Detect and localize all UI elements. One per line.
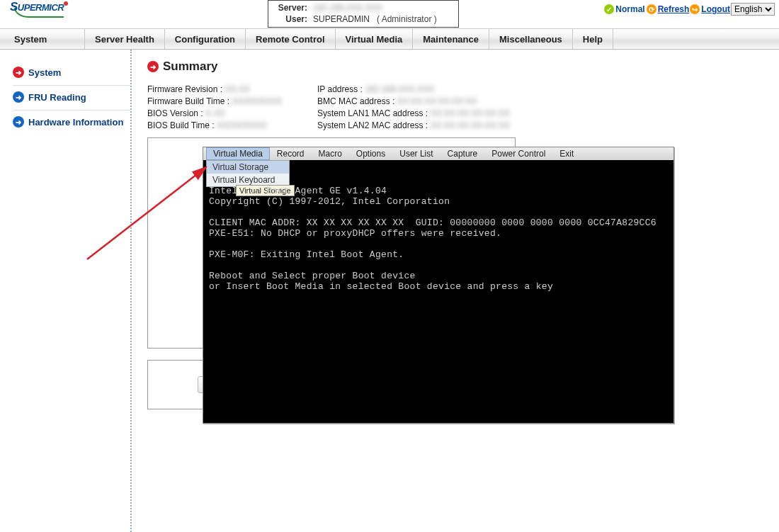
menu-maintenance[interactable]: Maintenance: [413, 29, 489, 49]
menu-virtual-media[interactable]: Virtual Media: [336, 29, 414, 49]
kvm-menu-bar: Virtual Media Record Macro Options User …: [203, 147, 673, 160]
server-value: 192.168.XXX.XXX: [313, 2, 382, 13]
sidebar-label: System: [28, 67, 61, 78]
refresh-icon[interactable]: ⟳: [647, 4, 656, 14]
summary-col-2: IP address : 192.168.XXX.XXX BMC MAC add…: [317, 84, 510, 132]
menu-miscellaneous[interactable]: Miscellaneous: [489, 29, 573, 49]
ip-value: 192.168.XXX.XXX: [365, 84, 434, 96]
main-menu-bar: System Server Health Configuration Remot…: [0, 28, 779, 50]
sidebar-label: Hardware Information: [28, 117, 123, 128]
lan1-label: System LAN1 MAC address :: [317, 108, 428, 118]
brand-dot-icon: [64, 1, 68, 6]
status-ok-icon: ✓: [604, 4, 614, 14]
menu-remote-control[interactable]: Remote Control: [246, 29, 336, 49]
summary-col-1: Firmware Revision : XX.XX Firmware Build…: [147, 84, 289, 132]
user-value: SUPERADMIN: [313, 13, 370, 25]
kvm-dd-virtual-storage[interactable]: Virtual Storage: [207, 161, 289, 174]
bios-bld-value: XX/XX/XXXX: [217, 120, 267, 132]
kvm-console-window[interactable]: Virtual Media Record Macro Options User …: [203, 147, 674, 424]
menu-help[interactable]: Help: [573, 29, 613, 49]
sidebar-label: FRU Reading: [28, 92, 86, 103]
fw-build-label: Firmware Build Time :: [147, 96, 229, 106]
page-title: ➜ Summary: [147, 60, 779, 74]
lan1-value: XX:XX:XX:XX:XX:XX: [430, 108, 510, 120]
fw-rev-label: Firmware Revision :: [147, 84, 222, 94]
arrow-right-icon: ➜: [13, 67, 24, 78]
sidebar-item-system[interactable]: ➜ System: [13, 61, 130, 86]
menu-configuration[interactable]: Configuration: [165, 29, 246, 49]
bmcmac-label: BMC MAC address :: [317, 96, 394, 106]
logout-icon[interactable]: ↪: [690, 4, 700, 14]
bios-bld-label: BIOS Build Time :: [147, 120, 215, 130]
arrow-right-icon: ➜: [13, 116, 24, 128]
user-role: ( Administrator ): [377, 13, 437, 25]
kvm-menu-power-control[interactable]: Power Control: [484, 147, 552, 160]
menu-server-health[interactable]: Server Health: [85, 29, 165, 49]
brand-initial: S: [10, 0, 18, 13]
top-bar: SUPERMICR Server: 192.168.XXX.XXX User: …: [0, 0, 779, 26]
menu-system[interactable]: System: [0, 29, 85, 49]
arrow-right-icon: ➜: [147, 61, 159, 72]
arrow-right-icon: ➜: [13, 91, 24, 103]
lan2-label: System LAN2 MAC address :: [317, 120, 428, 130]
brand-rest: UPERMICR: [18, 2, 64, 13]
refresh-link[interactable]: Refresh: [658, 4, 690, 14]
logout-link[interactable]: Logout: [701, 4, 730, 14]
bmcmac-value: XX:XX:XX:XX:XX:XX: [397, 96, 477, 108]
bios-ver-value: X.XX: [205, 108, 224, 120]
brand-logo: SUPERMICR: [10, 0, 68, 14]
kvm-menu-options[interactable]: Options: [349, 147, 392, 160]
user-label: User:: [274, 13, 313, 25]
bios-ver-label: BIOS Version :: [147, 108, 203, 118]
status-text: Normal: [615, 4, 644, 14]
server-info-box: Server: 192.168.XXX.XXX User: SUPERADMIN…: [268, 0, 459, 28]
fw-rev-value: XX.XX: [224, 84, 249, 96]
server-label: Server:: [274, 2, 313, 13]
summary-info: Firmware Revision : XX.XX Firmware Build…: [147, 84, 779, 132]
language-select[interactable]: English: [731, 3, 775, 16]
kvm-terminal-output: Intel ... Boot Agent GE v1.4.04 Copyrigh…: [203, 181, 673, 423]
kvm-menu-capture[interactable]: Capture: [440, 147, 485, 160]
sidebar: ➜ System ➜ FRU Reading ➜ Hardware Inform…: [0, 50, 132, 532]
lan2-value: XX:XX:XX:XX:XX:XX: [430, 120, 510, 132]
sidebar-item-fru[interactable]: ➜ FRU Reading: [13, 86, 130, 111]
page-title-text: Summary: [163, 60, 217, 74]
kvm-menu-record[interactable]: Record: [270, 147, 312, 160]
kvm-menu-user-list[interactable]: User List: [392, 147, 440, 160]
kvm-menu-virtual-media[interactable]: Virtual Media: [206, 147, 270, 160]
kvm-menu-macro[interactable]: Macro: [312, 147, 349, 160]
kvm-menu-exit[interactable]: Exit: [552, 147, 581, 160]
sidebar-item-hwinfo[interactable]: ➜ Hardware Information: [13, 111, 130, 135]
fw-build-value: XX/XX/XXXX: [232, 96, 282, 108]
ip-label: IP address :: [317, 84, 363, 94]
top-links: ✓ Normal ⟳ Refresh ↪ Logout English: [604, 3, 775, 16]
